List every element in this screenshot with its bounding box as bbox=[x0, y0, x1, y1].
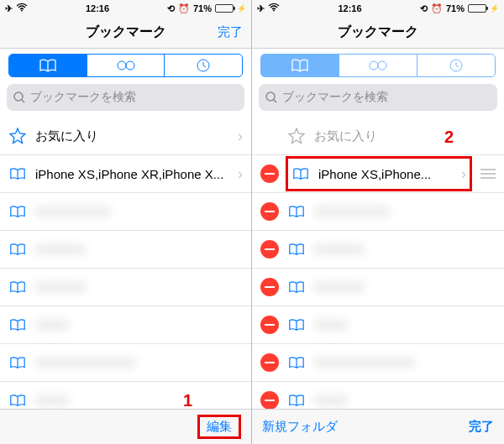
search-placeholder: ブックマークを検索 bbox=[282, 90, 388, 105]
nav-bar: ブックマーク 完了 bbox=[0, 17, 251, 49]
toolbar: 新規フォルダ 完了 bbox=[252, 409, 504, 444]
charging-icon: ⚡ bbox=[490, 4, 499, 13]
delete-button[interactable] bbox=[260, 240, 279, 259]
redacted-label bbox=[35, 281, 86, 293]
bookmark-row-edit[interactable] bbox=[252, 306, 504, 344]
glasses-icon bbox=[116, 60, 136, 71]
book-icon bbox=[291, 167, 310, 180]
book-icon bbox=[287, 280, 306, 294]
favorites-label: お気に入り bbox=[35, 128, 229, 144]
battery-pct: 71% bbox=[446, 3, 465, 13]
wifi-icon bbox=[16, 3, 28, 13]
bookmark-label: iPhone XS,iPhone XR,iPhone X... bbox=[35, 167, 229, 181]
redacted-label bbox=[314, 394, 348, 406]
annotation-1: 1 bbox=[183, 391, 192, 410]
bookmark-row[interactable] bbox=[0, 269, 251, 306]
reorder-handle[interactable] bbox=[480, 169, 496, 179]
delete-button[interactable] bbox=[260, 278, 279, 296]
clock-icon bbox=[449, 59, 463, 72]
book-icon bbox=[291, 59, 309, 72]
page-title: ブックマーク bbox=[86, 24, 166, 41]
page-title: ブックマーク bbox=[338, 24, 418, 41]
bookmark-row-edit[interactable] bbox=[252, 231, 504, 269]
delete-button[interactable] bbox=[260, 353, 279, 372]
panel-view-mode: ✈ 12:16 ⟲ ⏰ 71% ⚡ ブックマーク 完了 bbox=[0, 0, 252, 444]
delete-button[interactable] bbox=[260, 202, 279, 221]
segmented-control bbox=[8, 54, 243, 77]
redacted-label bbox=[314, 357, 415, 368]
wifi-icon bbox=[268, 3, 280, 13]
tab-bookmarks bbox=[261, 55, 339, 76]
svg-point-7 bbox=[378, 61, 386, 70]
bookmark-list-edit: お気に入り 2 iPhone XS,iPhone... › bbox=[252, 118, 504, 409]
bookmark-row[interactable] bbox=[0, 306, 251, 344]
bookmark-row[interactable] bbox=[0, 382, 251, 409]
book-icon bbox=[39, 59, 57, 72]
search-input[interactable]: ブックマークを検索 bbox=[259, 84, 497, 111]
redacted-label bbox=[35, 319, 69, 331]
redacted-label bbox=[314, 206, 390, 217]
status-time: 12:16 bbox=[338, 3, 361, 13]
book-icon bbox=[287, 243, 306, 256]
book-icon bbox=[8, 394, 27, 407]
battery-icon bbox=[215, 4, 234, 13]
done-button[interactable]: 完了 bbox=[218, 24, 243, 40]
bookmark-row-edit[interactable] bbox=[252, 344, 504, 382]
svg-point-4 bbox=[14, 92, 23, 101]
search-input[interactable]: ブックマークを検索 bbox=[7, 84, 244, 111]
new-folder-button[interactable]: 新規フォルダ bbox=[262, 419, 338, 435]
alarm-icon: ⏰ bbox=[431, 3, 443, 14]
book-icon bbox=[287, 394, 306, 407]
book-icon bbox=[8, 167, 27, 180]
book-icon bbox=[8, 280, 27, 294]
svg-point-6 bbox=[370, 61, 378, 70]
delete-button[interactable] bbox=[260, 391, 279, 409]
star-icon bbox=[287, 128, 306, 144]
orientation-lock-icon: ⟲ bbox=[167, 3, 175, 14]
bookmark-row-edit[interactable] bbox=[252, 382, 504, 409]
orientation-lock-icon: ⟲ bbox=[420, 3, 428, 14]
bookmark-row[interactable] bbox=[0, 344, 251, 382]
book-icon bbox=[287, 205, 306, 218]
favorites-row[interactable]: お気に入り › bbox=[0, 118, 251, 155]
redacted-label bbox=[35, 394, 69, 406]
bookmark-row-edit[interactable]: iPhone XS,iPhone... › bbox=[252, 155, 504, 193]
edit-button[interactable]: 編集 bbox=[197, 415, 241, 439]
book-icon bbox=[287, 356, 306, 369]
book-icon bbox=[287, 318, 306, 332]
nav-bar: ブックマーク bbox=[252, 17, 504, 49]
svg-point-1 bbox=[118, 61, 126, 70]
bookmark-row[interactable]: iPhone XS,iPhone XR,iPhone X... › bbox=[0, 155, 251, 193]
bookmark-row[interactable] bbox=[0, 231, 251, 269]
svg-point-5 bbox=[273, 10, 275, 12]
bookmark-row-edit[interactable] bbox=[252, 193, 504, 231]
bookmark-label: iPhone XS,iPhone... bbox=[318, 167, 453, 181]
bookmark-row[interactable] bbox=[0, 193, 251, 231]
clock-icon bbox=[197, 59, 210, 72]
tab-history[interactable] bbox=[165, 55, 242, 76]
panel-edit-mode: ✈ 12:16 ⟲ ⏰ 71% ⚡ ブックマーク bbox=[252, 0, 504, 444]
tab-bookmarks[interactable] bbox=[9, 55, 87, 76]
redacted-label bbox=[35, 357, 136, 368]
tab-history bbox=[417, 55, 495, 76]
toolbar: 編集 bbox=[0, 409, 251, 444]
done-button[interactable]: 完了 bbox=[469, 419, 494, 435]
delete-button[interactable] bbox=[260, 316, 279, 334]
redacted-label bbox=[35, 206, 111, 217]
bookmark-row-edit[interactable] bbox=[252, 269, 504, 306]
delete-button[interactable] bbox=[260, 165, 279, 183]
airplane-icon: ✈ bbox=[257, 3, 265, 14]
status-bar: ✈ 12:16 ⟲ ⏰ 71% ⚡ bbox=[0, 0, 251, 17]
search-placeholder: ブックマークを検索 bbox=[30, 90, 136, 105]
svg-point-0 bbox=[21, 10, 23, 12]
redacted-label bbox=[35, 243, 86, 255]
favorites-row: お気に入り bbox=[252, 118, 504, 155]
tab-reading-list[interactable] bbox=[87, 55, 165, 76]
search-icon bbox=[13, 91, 25, 103]
battery-pct: 71% bbox=[193, 3, 212, 13]
favorites-label: お気に入り bbox=[314, 128, 496, 144]
book-icon bbox=[8, 205, 27, 218]
glasses-icon bbox=[368, 60, 388, 71]
segmented-control bbox=[260, 54, 496, 77]
charging-icon: ⚡ bbox=[237, 4, 246, 13]
